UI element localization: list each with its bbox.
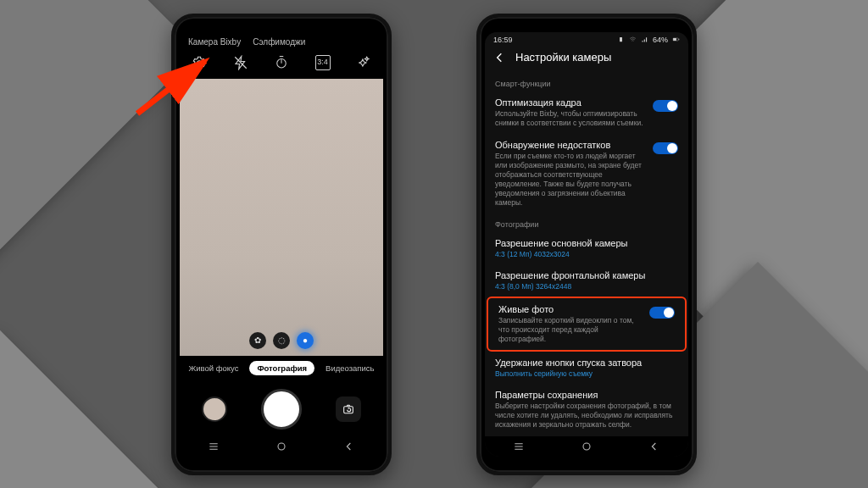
- svg-point-7: [278, 443, 285, 450]
- highlight-live-photo: Живые фото Записывайте короткий видеокли…: [487, 297, 687, 352]
- timer-off-icon[interactable]: [274, 55, 289, 70]
- gallery-thumbnail[interactable]: [202, 396, 227, 422]
- mode-row: Живой фокус Фотография Видеозапись: [180, 356, 383, 380]
- item-save-options[interactable]: Параметры сохранения Выберите настройки …: [485, 384, 688, 435]
- battery-label: 64%: [653, 36, 668, 44]
- ratio-icon[interactable]: 3:4: [315, 55, 331, 70]
- recent-apps-icon[interactable]: [207, 440, 220, 453]
- effects-icon[interactable]: [356, 55, 371, 70]
- wifi-icon: [629, 36, 637, 43]
- clock: 16:59: [493, 36, 513, 44]
- item-subtitle: Используйте Bixby, чтобы оптимизировать …: [495, 109, 646, 128]
- filter-bar: ✿ ◌ ●: [180, 332, 383, 349]
- item-flaw-detection[interactable]: Обнаружение недостатков Если при съемке …: [485, 134, 688, 214]
- item-front-resolution[interactable]: Разрешение фронтальной камеры 4:3 (8,0 М…: [485, 264, 688, 297]
- item-title: Живые фото: [498, 304, 643, 314]
- flash-icon[interactable]: [233, 55, 248, 70]
- svg-point-15: [583, 443, 590, 450]
- camera-toolbar: 3:4: [180, 48, 383, 79]
- back-icon[interactable]: [342, 440, 356, 453]
- android-navbar: [180, 436, 383, 457]
- item-title: Разрешение фронтальной камеры: [495, 270, 678, 280]
- mode-photo[interactable]: Фотография: [249, 361, 314, 375]
- tab-selfimoji[interactable]: Сэлфимоджи: [253, 37, 305, 47]
- shutter-button[interactable]: [261, 389, 302, 430]
- recent-apps-icon[interactable]: [512, 440, 526, 453]
- filter-leaf-icon[interactable]: ✿: [249, 332, 266, 349]
- camera-top-tabs: Камера Bixby Сэлфимоджи: [180, 32, 383, 48]
- tab-bixby-camera[interactable]: Камера Bixby: [188, 37, 241, 47]
- item-subtitle: Выберите настройки сохранения фотографий…: [495, 402, 678, 430]
- svg-point-0: [198, 60, 202, 64]
- switch-camera-icon[interactable]: [336, 396, 361, 422]
- phone-settings: 16:59 64% Настройки камеры Смарт-функции…: [476, 14, 697, 475]
- filter-active-icon[interactable]: ●: [297, 332, 314, 349]
- item-value: 4:3 (8,0 Мп) 3264x2448: [495, 282, 678, 291]
- phone-camera: Камера Bixby Сэлфимоджи 3:4: [171, 14, 392, 475]
- section-photos: Фотографии: [485, 214, 688, 232]
- toggle-scene-optimizer[interactable]: [653, 100, 678, 112]
- item-live-photo[interactable]: Живые фото Записывайте короткий видеокли…: [488, 298, 685, 350]
- page-title: Настройки камеры: [515, 51, 611, 64]
- item-title: Удержание кнопки спуска затвора: [495, 358, 678, 368]
- gear-icon[interactable]: [192, 55, 207, 70]
- status-bar: 16:59 64%: [485, 32, 688, 44]
- shutter-row: [180, 380, 383, 436]
- item-value: 4:3 (12 Мп) 4032x3024: [495, 250, 678, 258]
- item-subtitle: Записывайте короткий видеоклип о том, чт…: [498, 316, 643, 344]
- signal-icon: [641, 36, 648, 43]
- android-navbar: [485, 436, 688, 457]
- item-title: Оптимизация кадра: [495, 97, 646, 108]
- filter-drop-icon[interactable]: ◌: [273, 332, 290, 349]
- back-icon[interactable]: [648, 440, 661, 453]
- toggle-flaw-detection[interactable]: [653, 142, 678, 154]
- mode-live-focus[interactable]: Живой фокус: [188, 363, 238, 373]
- section-smart: Смарт-функции: [485, 73, 688, 92]
- item-title: Разрешение основной камеры: [495, 238, 678, 248]
- item-rear-resolution[interactable]: Разрешение основной камеры 4:3 (12 Мп) 4…: [485, 232, 688, 264]
- svg-rect-11: [679, 39, 680, 41]
- home-icon[interactable]: [275, 440, 288, 453]
- svg-rect-10: [673, 38, 676, 41]
- item-subtitle: Если при съемке кто-то из людей моргает …: [495, 152, 646, 208]
- item-scene-optimizer[interactable]: Оптимизация кадра Используйте Bixby, что…: [485, 92, 688, 134]
- battery-icon: [672, 36, 680, 43]
- item-title: Параметры сохранения: [495, 390, 678, 400]
- home-icon[interactable]: [580, 440, 593, 453]
- viewfinder[interactable]: ✿ ◌ ●: [180, 79, 383, 356]
- header-bar: Настройки камеры: [485, 44, 688, 73]
- item-hold-shutter[interactable]: Удержание кнопки спуска затвора Выполнит…: [485, 352, 688, 384]
- back-arrow-icon[interactable]: [493, 51, 507, 64]
- svg-rect-8: [620, 37, 622, 42]
- item-title: Обнаружение недостатков: [495, 140, 646, 150]
- vibrate-icon: [617, 36, 625, 43]
- item-value: Выполнить серийную съемку: [495, 369, 678, 378]
- mode-video[interactable]: Видеозапись: [326, 363, 374, 373]
- toggle-live-photo[interactable]: [649, 307, 675, 319]
